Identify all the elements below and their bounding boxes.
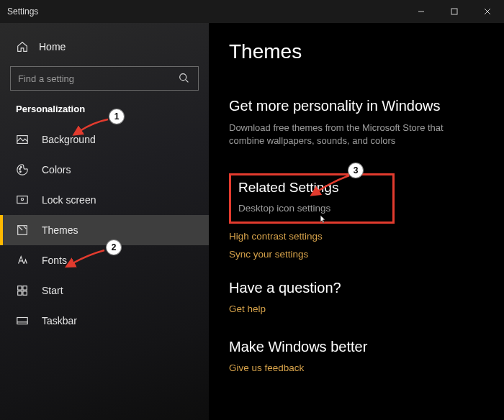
home-icon [16,40,29,53]
window-body: Home Find a setting Personalization Back… [0,23,504,420]
window-title: Settings [7,6,38,17]
more-heading: Get more personality in Windows [229,98,484,114]
svg-rect-17 [17,318,27,324]
svg-point-9 [19,171,21,173]
palette-icon [16,163,29,176]
close-button[interactable] [471,0,504,23]
nav-label: Fonts [42,255,67,266]
themes-icon [16,224,29,237]
nav-list: Background Colors Lock screen Themes Fon… [0,124,209,336]
nav-label: Start [42,285,63,296]
annotation-arrow-1 [76,115,112,138]
picture-icon [16,133,29,146]
svg-point-8 [20,167,22,168]
annotation-badge-1: 1 [109,109,124,124]
nav-label: Colors [42,164,71,175]
nav-label: Taskbar [42,315,77,327]
annotation-badge-2: 2 [107,240,121,255]
nav-label: Themes [42,224,78,236]
svg-point-4 [180,74,186,81]
svg-point-7 [19,168,21,170]
svg-rect-15 [18,291,22,295]
search-input[interactable]: Find a setting [10,66,199,91]
get-help-link[interactable]: Get help [229,303,484,314]
svg-rect-10 [17,196,27,204]
better-section: Make Windows better Give us feedback [229,339,484,373]
related-heading: Related Settings [238,180,385,196]
annotation-arrow-2 [68,246,108,270]
nav-colors[interactable]: Colors [0,155,209,185]
home-nav[interactable]: Home [0,33,209,60]
nav-start[interactable]: Start [0,275,209,306]
svg-rect-16 [23,291,27,295]
svg-rect-1 [451,9,457,14]
settings-window: Settings Home Find a setting Personaliza… [0,0,504,420]
svg-point-11 [21,198,23,200]
question-heading: Have a question? [229,280,484,296]
related-settings-highlight: Related Settings Desktop icon settings [229,173,395,224]
nav-taskbar[interactable]: Taskbar [0,306,209,336]
maximize-button[interactable] [438,0,471,23]
fonts-icon [16,254,29,267]
svg-rect-13 [18,286,22,290]
start-icon [16,284,29,297]
titlebar: Settings [0,0,504,23]
window-controls [405,0,504,23]
high-contrast-link[interactable]: High contrast settings [229,231,484,242]
sync-settings-link[interactable]: Sync your settings [229,249,484,260]
nav-themes[interactable]: Themes [0,215,209,245]
annotation-arrow-3 [313,171,353,198]
better-heading: Make Windows better [229,339,484,355]
content-pane: Themes Get more personality in Windows D… [209,23,504,420]
desktop-icon-settings-link[interactable]: Desktop icon settings [238,203,330,214]
lockscreen-icon [16,193,29,206]
question-section: Have a question? Get help [229,280,484,314]
home-label: Home [39,41,66,52]
nav-label: Lock screen [42,194,96,206]
svg-rect-14 [23,286,27,290]
cursor-icon [318,214,328,224]
search-placeholder: Find a setting [18,73,74,84]
minimize-button[interactable] [405,0,438,23]
page-title: Themes [229,40,484,63]
feedback-link[interactable]: Give us feedback [229,362,484,373]
annotation-badge-3: 3 [348,163,363,178]
more-desc: Download free themes from the Microsoft … [229,122,474,147]
svg-line-5 [186,80,189,83]
sidebar: Home Find a setting Personalization Back… [0,23,209,420]
nav-lockscreen[interactable]: Lock screen [0,185,209,215]
taskbar-icon [16,314,29,327]
search-icon [178,72,191,85]
